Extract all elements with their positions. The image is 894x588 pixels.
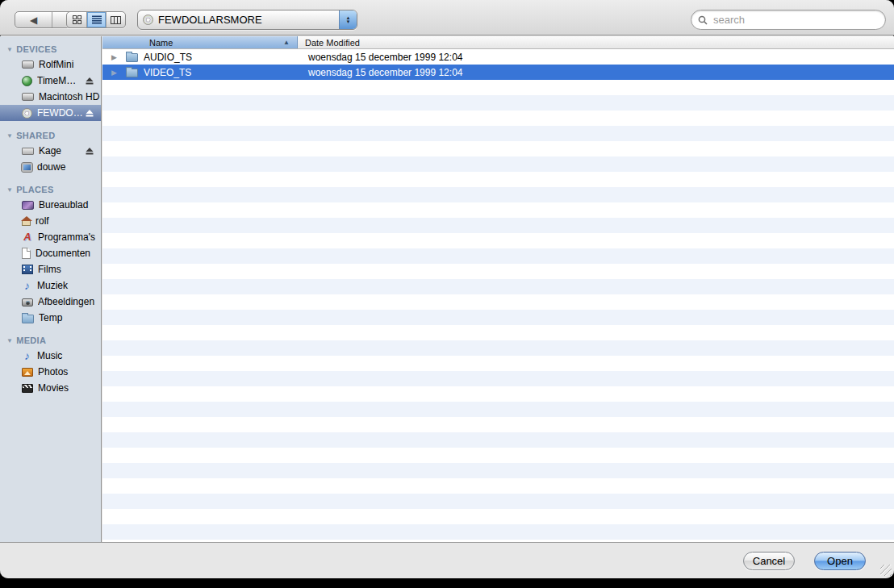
applications-icon: A [22,231,33,243]
sidebar-item-muziek[interactable]: ♪ Muziek [0,277,101,294]
volume-selector-stepper[interactable]: ▲ ▼ [339,10,357,29]
toolbar: ◀ ▶ [0,0,894,35]
sidebar-item-label: Afbeeldingen [38,296,101,307]
sidebar-item-label: rolf [36,215,101,227]
music-note-icon: ♪ [22,350,32,361]
section-label: DEVICES [16,44,56,54]
sidebar-item-label: Programma's [38,231,101,243]
eject-icon[interactable] [85,146,94,156]
eject-icon[interactable] [85,76,94,85]
collapse-triangle-icon: ▼ [6,132,13,140]
collapse-triangle-icon: ▼ [6,186,13,194]
list-view-icon [92,15,102,24]
sidebar-item-rolfmini[interactable]: RolfMini [0,56,101,73]
dialog-footer: Cancel Open [0,542,894,578]
cancel-button-label: Cancel [753,555,785,567]
sidebar-item-label: douwe [37,161,101,173]
file-list-header: Name ▲ Date Modified [102,36,894,49]
photos-icon [22,368,33,377]
disclosure-triangle-icon[interactable]: ▶ [111,69,120,77]
sidebar-section-devices[interactable]: ▼ DEVICES [0,42,101,56]
sidebar-item-programmas[interactable]: A Programma's [0,229,101,245]
sidebar-item-label: Films [38,264,101,275]
stepper-down-icon: ▼ [346,20,351,24]
column-header-label: Name [149,38,173,48]
file-row-audio-ts[interactable]: ▶ AUDIO_TS woensdag 15 december 1999 12:… [102,49,894,65]
document-icon [22,248,31,259]
column-header-name[interactable]: Name ▲ [102,36,298,48]
file-date-modified: woensdag 15 december 1999 12:04 [308,67,462,78]
sidebar-item-label: Documenten [36,248,101,259]
cancel-button[interactable]: Cancel [743,552,795,570]
sidebar-item-label: Photos [38,366,101,377]
column-view-icon [111,16,121,24]
sidebar-item-kage[interactable]: Kage [0,143,101,159]
file-date-modified: woensdag 15 december 1999 12:04 [308,52,462,63]
volume-selector-value: FEWDOLLARSMORE [158,14,339,26]
search-input[interactable] [712,13,879,27]
cd-icon [22,108,32,119]
folder-icon [126,53,138,62]
sidebar-item-douwe[interactable]: douwe [0,159,101,175]
list-view-button[interactable] [86,12,106,27]
internal-drive-icon [22,93,34,101]
sidebar-item-label: Macintosh HD [39,91,101,102]
search-icon [698,15,708,25]
sidebar-section-shared[interactable]: ▼ SHARED [0,128,101,143]
section-label: MEDIA [16,336,46,345]
music-note-icon: ♪ [22,280,32,291]
sidebar-item-label: Music [37,350,101,361]
sidebar-item-bureaublad[interactable]: Bureaublad [0,197,101,213]
back-button[interactable]: ◀ [15,12,52,27]
open-button[interactable]: Open [814,552,866,570]
file-row-video-ts[interactable]: ▶ VIDEO_TS woensdag 15 december 1999 12:… [102,65,894,80]
sidebar-item-rolf[interactable]: rolf [0,213,101,229]
eject-icon[interactable] [85,108,94,118]
sidebar-item-temp[interactable]: Temp [0,310,101,326]
file-name: AUDIO_TS [144,52,273,63]
sidebar-item-fewdollarsmore[interactable]: FEWDO… [0,105,101,121]
sidebar-item-afbeeldingen[interactable]: Afbeeldingen [0,294,101,310]
open-button-label: Open [827,555,853,567]
collapse-triangle-icon: ▼ [6,337,13,344]
sidebar-item-macintosh-hd[interactable]: Macintosh HD [0,89,101,105]
sort-ascending-icon: ▲ [283,39,290,46]
open-dialog-window: ◀ ▶ [0,0,894,578]
resize-grip[interactable] [880,565,892,576]
sidebar-item-films[interactable]: Films [0,261,101,277]
home-icon [22,220,31,226]
icon-view-button[interactable] [67,12,86,27]
sidebar-item-music[interactable]: ♪ Music [0,348,101,364]
cd-icon [143,15,153,25]
clapperboard-icon [22,384,33,393]
sidebar-item-documenten[interactable]: Documenten [0,245,101,261]
sidebar-item-movies[interactable]: Movies [0,380,101,396]
view-mode-control [66,11,126,28]
sidebar-item-label: Movies [38,382,101,394]
movies-folder-icon [22,265,33,274]
sidebar: ▼ DEVICES RolfMini TimeM… Macintosh HD F… [0,36,102,542]
time-machine-icon [22,76,32,86]
sidebar-item-label: Temp [39,312,101,323]
sidebar-section-places[interactable]: ▼ PLACES [0,182,101,197]
file-list-body: ▶ AUDIO_TS woensdag 15 december 1999 12:… [102,49,894,542]
hard-drive-icon [22,60,34,69]
column-view-button[interactable] [106,12,125,27]
icon-view-icon [73,15,81,24]
sidebar-item-label: Kage [39,145,85,156]
sidebar-item-label: FEWDO… [37,107,85,119]
disclosure-triangle-icon[interactable]: ▶ [111,53,120,61]
sidebar-item-label: Bureaublad [39,199,101,211]
sidebar-section-media[interactable]: ▼ MEDIA [0,333,101,348]
sidebar-item-photos[interactable]: Photos [0,364,101,380]
file-list: Name ▲ Date Modified ▶ AUDIO_TS woensdag… [102,36,894,542]
back-icon: ◀ [30,15,37,26]
column-header-date-modified[interactable]: Date Modified [298,36,894,48]
sidebar-item-timemachine[interactable]: TimeM… [0,73,101,89]
camera-icon [22,298,33,307]
search-field[interactable] [691,10,886,30]
sidebar-item-label: RolfMini [39,59,101,70]
folder-icon [126,69,138,77]
computer-icon [22,163,32,172]
volume-selector[interactable]: FEWDOLLARSMORE ▲ ▼ [137,10,357,30]
